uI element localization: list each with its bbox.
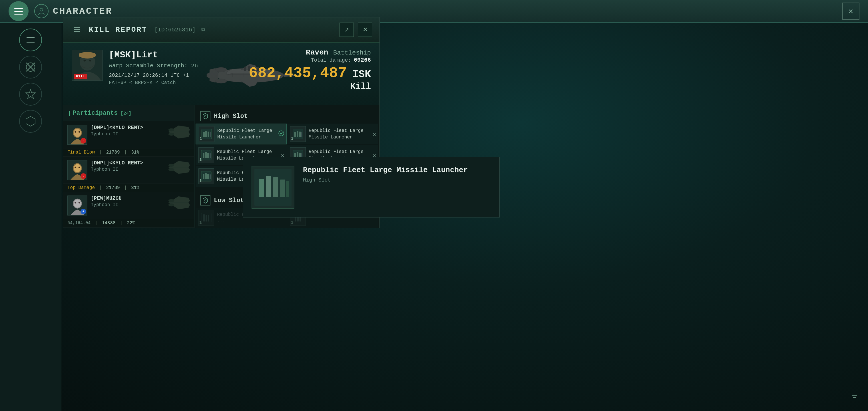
svg-rect-62 (210, 132, 211, 137)
modal-actions: ↗ ✕ (340, 23, 372, 37)
svg-point-17 (215, 79, 227, 83)
stat-top-damage: Top Damage (67, 185, 95, 190)
filter-icon[interactable] (849, 390, 860, 403)
modal-title: KILL REPORT (89, 25, 147, 34)
stat-damage-2: 21789 (106, 185, 120, 190)
participant-item-2[interactable]: - [DWPL]<KYLO RENT> Typhoon II (63, 157, 194, 184)
low-slot-label: Low Slot (214, 197, 244, 204)
combat-icon (25, 61, 36, 73)
corp-badge-3: + (81, 209, 86, 214)
hamburger-button[interactable] (8, 1, 29, 21)
svg-point-91 (205, 199, 206, 201)
equip-count-1: 1 (199, 136, 202, 141)
participant-1-stats: Final Blow | 21789 | 31% (63, 149, 194, 157)
export-icon: ↗ (344, 26, 349, 33)
modal-id: [ID:6526316] (154, 27, 195, 33)
svg-point-50 (74, 202, 76, 203)
svg-point-37 (168, 133, 174, 135)
kill-type: Kill (249, 82, 371, 91)
item-detail-content: Republic Fleet Large Missile Launcher Hi… (252, 166, 491, 209)
kill-badge: Kill (74, 74, 87, 79)
sidebar-item-menu[interactable] (19, 29, 42, 51)
ship-name: Raven (306, 48, 328, 57)
svg-rect-72 (207, 153, 209, 158)
svg-marker-43 (168, 161, 190, 174)
item-name: Republic Fleet Large Missile Launcher (303, 166, 491, 175)
stat-final-blow: Final Blow (67, 150, 95, 155)
svg-rect-104 (280, 180, 285, 197)
app-close-button[interactable]: ✕ (842, 3, 860, 20)
total-damage-value: 69266 (354, 57, 371, 63)
svg-point-54 (168, 199, 174, 202)
participant-item-3[interactable]: + [PEW]MUZGU Typhoon II (63, 192, 194, 219)
item-icon-large (252, 166, 294, 209)
svg-point-40 (74, 164, 81, 172)
svg-point-31 (74, 129, 81, 137)
copy-icon[interactable]: ⧉ (201, 27, 205, 33)
high-slot-icon (200, 111, 211, 121)
stat-pct-3: 22% (127, 221, 135, 226)
equip-icon-1: 1 (199, 126, 214, 142)
svg-point-42 (79, 167, 80, 168)
hex-icon (25, 116, 36, 127)
participant-2-stats: Top Damage | 21789 | 31% (63, 184, 194, 192)
corp-badge-1: - (81, 138, 86, 144)
kill-stats: Raven Battleship Total damage: 69266 682… (249, 48, 371, 91)
sidebar-item-combat[interactable] (19, 56, 42, 78)
participant-1-ship-image (165, 124, 191, 140)
svg-rect-67 (299, 132, 301, 137)
equip-name-1: Republic Fleet LargeMissile Launcher (217, 128, 272, 140)
svg-rect-20 (244, 67, 246, 71)
participant-2-avatar: - (67, 160, 87, 180)
low-slot-icon (200, 195, 211, 205)
equip-count-3: 1 (199, 158, 202, 162)
svg-point-45 (168, 164, 174, 167)
svg-marker-4 (26, 90, 35, 98)
participant-1-avatar: - (67, 125, 87, 145)
equip-item-1[interactable]: 1 Republic Fleet LargeMissile Launcher (195, 124, 287, 145)
close-button[interactable]: ✕ (358, 23, 372, 37)
svg-marker-90 (203, 197, 208, 203)
sidebar-item-star[interactable] (19, 83, 42, 105)
svg-point-41 (74, 167, 76, 168)
participant-item[interactable]: - [DWPL]<KYLO RENT> Typhoon II (63, 121, 194, 149)
equip-count-5: 1 (199, 179, 202, 183)
svg-point-46 (168, 168, 174, 171)
equip-name-2: Republic Fleet LargeMissile Launcher (309, 128, 364, 140)
equip-icon-5: 1 (198, 168, 214, 184)
close-icon: ✕ (363, 26, 368, 33)
svg-rect-59 (203, 132, 205, 137)
svg-point-32 (74, 131, 76, 133)
svg-point-8 (84, 60, 86, 62)
low-equip-count-1: 1 (199, 220, 202, 225)
equip-icon-2: 1 (290, 126, 306, 142)
isk-value: 682,435,487 (249, 65, 347, 82)
participant-2-ship-image (165, 160, 191, 175)
svg-marker-52 (168, 196, 190, 209)
total-damage-label: Total damage: (311, 57, 351, 63)
app-title: CHARACTER (53, 6, 113, 17)
svg-rect-102 (266, 176, 271, 197)
stat-pct-2: 31% (131, 185, 140, 190)
svg-rect-83 (210, 175, 211, 179)
kill-banner: Kill [MSK]Lirt Warp Scramble Strength: 2… (63, 42, 379, 105)
participants-header: Participants [24] (63, 105, 194, 121)
svg-rect-71 (205, 152, 207, 158)
sidebar-item-hex[interactable] (19, 110, 42, 133)
svg-point-55 (168, 203, 174, 207)
item-details: Republic Fleet Large Missile Launcher Hi… (303, 166, 491, 185)
export-button[interactable]: ↗ (340, 23, 354, 37)
modal-menu-button[interactable] (70, 23, 83, 36)
svg-rect-70 (203, 153, 205, 158)
pilot-avatar: Kill (72, 50, 103, 81)
svg-point-0 (40, 8, 43, 11)
menu-icon (27, 37, 35, 42)
svg-point-36 (168, 128, 174, 131)
svg-rect-68 (301, 132, 302, 137)
stat-damage-3: 54,164.04 (67, 221, 91, 226)
equip-item-2[interactable]: 1 Republic Fleet LargeMissile Launcher ✕ (287, 124, 378, 145)
svg-rect-105 (286, 181, 289, 197)
svg-rect-95 (208, 215, 209, 221)
hamburger-icon (14, 8, 23, 14)
svg-point-51 (79, 202, 80, 203)
